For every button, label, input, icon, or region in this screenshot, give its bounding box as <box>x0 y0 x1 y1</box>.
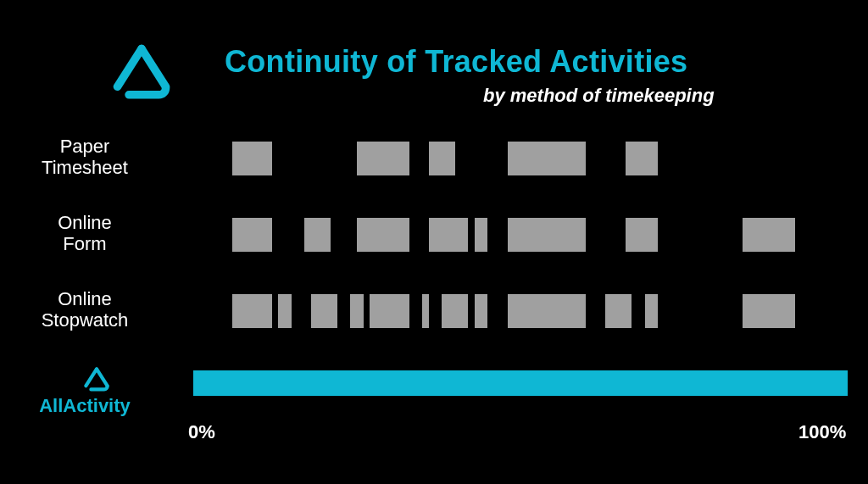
bar-segment <box>357 142 409 175</box>
bar-segment <box>508 218 587 252</box>
bar-segment <box>475 294 487 328</box>
bar-segment <box>311 294 337 328</box>
allactivity-logo-icon <box>113 44 170 102</box>
bar-segment <box>422 294 429 328</box>
row-paper-timesheet <box>193 142 848 175</box>
bar-segment <box>357 218 409 252</box>
bar-segment <box>304 218 331 252</box>
row-allactivity <box>193 370 848 396</box>
bar-segment <box>626 218 659 252</box>
bar-segment <box>232 142 271 175</box>
bar-segment <box>645 294 658 328</box>
allactivity-small-logo-icon <box>84 367 109 392</box>
chart-plot-area <box>193 133 848 379</box>
bar-segment <box>350 294 363 328</box>
bar-segment <box>508 294 587 328</box>
bar-segment <box>508 142 587 175</box>
bar-segment <box>278 294 291 328</box>
bar-segment <box>193 370 848 396</box>
bar-segment <box>442 294 468 328</box>
bar-segment <box>743 294 795 328</box>
bar-segment <box>743 218 795 252</box>
bar-segment <box>232 218 271 252</box>
bar-segment <box>370 294 409 328</box>
bar-segment <box>475 218 487 252</box>
row-online-form <box>193 218 848 252</box>
row-label-stopwatch: OnlineStopwatch <box>0 288 170 331</box>
bar-segment <box>605 294 632 328</box>
row-label-form: OnlineForm <box>0 212 170 255</box>
row-label-paper: PaperTimesheet <box>0 136 170 179</box>
bar-segment <box>429 218 468 252</box>
chart-title: Continuity of Tracked Activities <box>225 44 687 80</box>
bar-segment <box>429 142 455 175</box>
row-online-stopwatch <box>193 294 848 328</box>
row-label-allactivity: AllActivity <box>0 395 170 416</box>
bar-segment <box>232 294 271 328</box>
axis-tick-min: 0% <box>188 421 215 443</box>
axis-tick-max: 100% <box>798 421 846 443</box>
chart-subtitle: by method of timekeeping <box>483 85 715 107</box>
bar-segment <box>626 142 659 175</box>
